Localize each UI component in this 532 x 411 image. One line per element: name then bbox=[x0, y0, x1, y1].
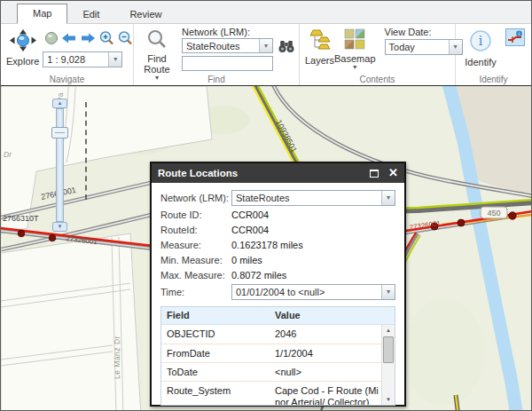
group-navigate: Explore bbox=[1, 24, 134, 85]
table-row[interactable]: FromDate 1/1/2004 bbox=[161, 344, 385, 363]
route-search-input[interactable] bbox=[182, 56, 273, 71]
map-zoom-slider: ▲ ▼ bbox=[51, 99, 73, 232]
dlg-network-combobox[interactable]: StateRoutes ▾ bbox=[231, 190, 395, 206]
time-combobox[interactable]: 01/01/2004 to <null> ▾ bbox=[231, 284, 395, 300]
value-column-header: Value bbox=[271, 307, 395, 324]
routeid-label: RouteId: bbox=[160, 225, 231, 235]
slider-up-button[interactable]: ▲ bbox=[52, 99, 67, 108]
view-date-combobox[interactable]: Today ▾ bbox=[385, 39, 463, 55]
view-date-value: Today bbox=[386, 40, 449, 54]
find-route-icon bbox=[146, 28, 168, 51]
layers-label: Layers bbox=[305, 55, 334, 66]
chevron-down-icon: ▾ bbox=[259, 39, 272, 52]
explore-icon bbox=[9, 28, 37, 54]
ribbon-tabstrip: Map Edit Review bbox=[1, 1, 531, 24]
ribbon: Explore bbox=[1, 24, 531, 85]
identify-label: Identify bbox=[465, 57, 496, 67]
map-canvas[interactable]: 450 27663001 2766310T 27326001 10938501 … bbox=[1, 85, 532, 411]
forward-arrow-icon[interactable] bbox=[80, 32, 96, 44]
identify-button[interactable]: i Identify bbox=[461, 27, 500, 67]
route-id-value: CCR004 bbox=[231, 209, 269, 220]
street-label-dr: Dr bbox=[4, 150, 12, 159]
table-header: Field Value bbox=[161, 307, 395, 325]
explore-button[interactable]: Explore bbox=[6, 27, 39, 67]
value-cell: 2046 bbox=[271, 325, 385, 344]
network-lrm-combobox[interactable]: StateRoutes ▾ bbox=[182, 38, 273, 53]
contents-group-label: Contents bbox=[300, 75, 455, 84]
slider-down-button[interactable]: ▼ bbox=[52, 222, 67, 232]
chevron-down-icon: ▾ bbox=[381, 285, 395, 299]
basemap-icon bbox=[344, 28, 365, 51]
group-find: Find Route ▾ Network (LRM): StateRoutes … bbox=[134, 24, 300, 85]
chevron-down-icon: ▾ bbox=[381, 191, 395, 205]
measure-value: 0.1623178 miles bbox=[231, 240, 303, 250]
scroll-down-icon[interactable]: ▼ bbox=[382, 394, 395, 405]
identify-icon: i bbox=[468, 28, 493, 55]
view-date-label: View Date: bbox=[385, 27, 463, 37]
table-row[interactable]: OBJECTID 2046 bbox=[161, 325, 385, 344]
dialog-titlebar[interactable]: Route Locations ✕ bbox=[152, 163, 404, 183]
globe-icon[interactable] bbox=[44, 31, 59, 45]
route-locations-dialog: Route Locations ✕ Network (LRM): StateRo… bbox=[150, 162, 406, 407]
value-cell: Cape Cod - F Route (Mi nor Arterial/ Col… bbox=[271, 382, 385, 406]
tab-review[interactable]: Review bbox=[114, 5, 176, 24]
slider-ticks bbox=[85, 102, 87, 200]
svg-text:i: i bbox=[479, 34, 483, 48]
time-value: 01/01/2004 to <null> bbox=[232, 285, 381, 299]
chevron-down-icon: ▾ bbox=[108, 52, 121, 67]
table-row[interactable]: ToDate <null> bbox=[161, 363, 385, 382]
find-route-button[interactable]: Find Route ▾ bbox=[139, 27, 175, 81]
value-cell: <null> bbox=[271, 363, 385, 381]
map-scale-combobox[interactable]: 1 : 9,028 ▾ bbox=[43, 51, 122, 67]
measure-label: Measure: bbox=[160, 240, 231, 250]
max-measure-label: Max. Measure: bbox=[160, 270, 231, 281]
group-contents: Layers Basemap ▾ View Date: bbox=[300, 24, 456, 85]
chevron-down-icon: ▾ bbox=[353, 64, 356, 70]
dlg-network-label: Network (LRM): bbox=[160, 193, 231, 203]
layers-button[interactable]: Layers bbox=[305, 27, 334, 66]
scroll-up-icon[interactable]: ▲ bbox=[382, 325, 395, 336]
route-location-icon: i bbox=[507, 30, 523, 44]
zoom-in-icon[interactable] bbox=[98, 30, 114, 46]
navigate-group-label: Navigate bbox=[1, 75, 133, 84]
value-cell: 1/1/2004 bbox=[271, 344, 385, 362]
application-window: Map Edit Review Explore bbox=[0, 0, 532, 411]
basemap-button[interactable]: Basemap ▾ bbox=[334, 27, 375, 70]
dialog-title: Route Locations bbox=[158, 168, 238, 178]
svg-text:i: i bbox=[519, 31, 520, 36]
network-lrm-value: StateRoutes bbox=[183, 39, 259, 52]
street-label-le-manz-dr: Le Manz Dr bbox=[113, 336, 121, 379]
field-column-header: Field bbox=[161, 307, 271, 324]
maximize-icon[interactable] bbox=[370, 170, 379, 178]
identify-route-locations-toggle[interactable]: i bbox=[505, 28, 525, 46]
min-measure-value: 0 miles bbox=[231, 255, 262, 265]
dlg-network-value: StateRoutes bbox=[232, 191, 381, 205]
explore-label: Explore bbox=[6, 56, 39, 67]
max-measure-value: 0.8072 miles bbox=[231, 270, 286, 281]
find-route-label: Find Route bbox=[139, 53, 175, 75]
field-cell: FromDate bbox=[161, 344, 271, 362]
zoom-out-icon[interactable] bbox=[117, 30, 133, 46]
field-cell: Route_System bbox=[161, 382, 271, 406]
slider-track[interactable] bbox=[56, 108, 64, 222]
table-row[interactable]: Route_System Cape Cod - F Route (Mi nor … bbox=[161, 382, 385, 406]
binoculars-icon[interactable] bbox=[278, 39, 295, 53]
find-group-label: Find bbox=[134, 75, 299, 84]
attribute-table: Field Value OBJECTID 2046 FromDate 1/1/2… bbox=[160, 306, 395, 406]
route-shield-450: 450 bbox=[487, 209, 500, 217]
slider-thumb[interactable] bbox=[51, 127, 68, 138]
field-cell: ToDate bbox=[161, 363, 271, 381]
tab-edit[interactable]: Edit bbox=[67, 5, 114, 24]
close-icon[interactable]: ✕ bbox=[388, 168, 398, 178]
table-scrollbar[interactable]: ▲ ▼ bbox=[381, 325, 395, 405]
route-id-label: Route ID: bbox=[160, 209, 231, 220]
routeid-value: CCR004 bbox=[231, 225, 269, 235]
layers-icon bbox=[309, 28, 331, 53]
field-cell: OBJECTID bbox=[161, 325, 271, 344]
scrollbar-thumb[interactable] bbox=[383, 336, 394, 363]
route-label-2766310T: 2766310T bbox=[3, 214, 39, 223]
map-scale-value: 1 : 9,028 bbox=[43, 52, 108, 67]
back-arrow-icon[interactable] bbox=[61, 32, 77, 44]
min-measure-label: Min. Measure: bbox=[160, 255, 231, 265]
tab-map[interactable]: Map bbox=[17, 4, 67, 24]
